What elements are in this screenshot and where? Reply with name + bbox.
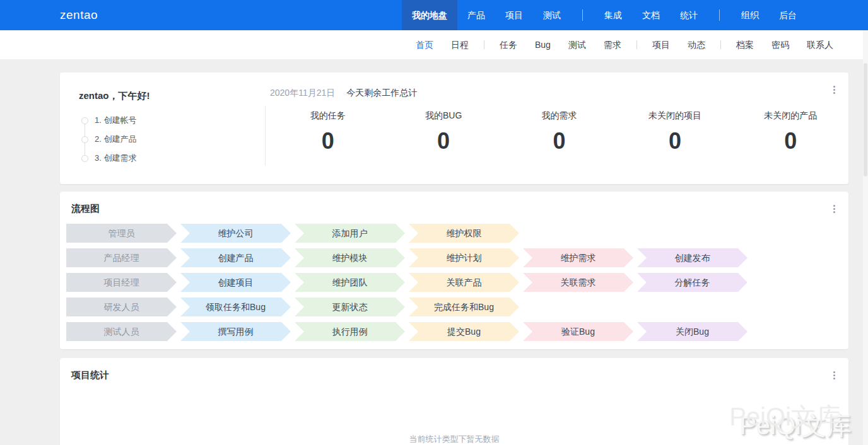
stat-item: 未关闭的项目0 — [617, 110, 732, 154]
stat-value[interactable]: 0 — [501, 128, 617, 154]
stat-value[interactable]: 0 — [733, 128, 848, 154]
stat-item: 我的BUG0 — [385, 110, 501, 154]
flow-step[interactable]: 验证Bug — [523, 322, 633, 341]
flow-step[interactable]: 创建项目 — [180, 273, 291, 292]
work-summary: 2020年11月21日 今天剩余工作总计 我的任务0我的BUG0我的需求0未关闭… — [265, 72, 848, 184]
summary-title: 今天剩余工作总计 — [346, 88, 417, 98]
onboarding-step: 1. 创建帐号 — [81, 111, 265, 130]
project-stats-panel: 项目统计 当前统计类型下暂无数据 — [60, 358, 848, 445]
subnav-item[interactable]: 需求 — [595, 30, 630, 59]
flow-row: 产品经理创建产品维护模块维护计划维护需求创建发布 — [66, 248, 842, 267]
flow-role[interactable]: 项目经理 — [66, 273, 177, 292]
flow-step[interactable]: 维护模块 — [295, 248, 405, 267]
onboarding-step: 3. 创建需求 — [81, 149, 265, 168]
topnav-item[interactable]: 统计 — [670, 0, 708, 30]
flow-step[interactable]: 维护团队 — [295, 273, 405, 292]
topnav-divider — [719, 9, 720, 21]
step-circle-icon — [81, 117, 88, 124]
flowchart-panel: 流程图 管理员维护公司添加用户维护权限产品经理创建产品维护模块维护计划维护需求创… — [60, 192, 848, 349]
topnav-item[interactable]: 产品 — [457, 0, 495, 30]
flow-row: 研发人员领取任务和Bug更新状态完成任务和Bug — [66, 298, 842, 316]
flow-step[interactable]: 维护需求 — [523, 248, 633, 267]
flow-step[interactable]: 更新状态 — [295, 298, 405, 316]
sub-navbar: 首页日程任务Bug测试需求项目动态档案密码联系人 — [0, 30, 868, 59]
kebab-menu-icon[interactable] — [828, 368, 840, 382]
stat-label: 我的需求 — [501, 110, 617, 122]
subnav-item[interactable]: 任务 — [491, 30, 526, 59]
flowchart-rows: 管理员维护公司添加用户维护权限产品经理创建产品维护模块维护计划维护需求创建发布项… — [66, 224, 842, 341]
flow-step[interactable]: 创建发布 — [637, 248, 748, 267]
stat-item: 我的任务0 — [270, 110, 385, 154]
step-label[interactable]: 3. 创建需求 — [95, 153, 136, 164]
kebab-menu-icon[interactable] — [828, 202, 840, 216]
flow-role[interactable]: 产品经理 — [66, 248, 177, 267]
subnav-item[interactable]: 档案 — [727, 30, 763, 59]
stat-value[interactable]: 0 — [617, 128, 732, 154]
topnav-item[interactable]: 项目 — [495, 0, 533, 30]
stat-value[interactable]: 0 — [385, 128, 501, 154]
step-label[interactable]: 1. 创建帐号 — [95, 115, 136, 126]
step-label[interactable]: 2. 创建产品 — [95, 134, 136, 145]
flow-step[interactable]: 维护公司 — [180, 224, 291, 243]
stat-label: 我的任务 — [270, 110, 385, 122]
step-circle-icon — [81, 155, 88, 162]
flow-step[interactable]: 关联产品 — [409, 273, 519, 292]
flow-row: 项目经理创建项目维护团队关联产品关联需求分解任务 — [66, 273, 842, 292]
stat-label: 我的BUG — [385, 110, 501, 122]
flow-step[interactable]: 添加用户 — [295, 224, 405, 243]
topnav-item[interactable]: 集成 — [594, 0, 632, 30]
onboarding-step: 2. 创建产品 — [81, 130, 265, 149]
flow-step[interactable]: 关闭Bug — [637, 322, 748, 341]
subnav-item[interactable]: 测试 — [560, 30, 595, 59]
topnav-item[interactable]: 测试 — [533, 0, 571, 30]
subnav-item[interactable]: 联系人 — [798, 30, 842, 59]
stat-value[interactable]: 0 — [270, 128, 385, 154]
kebab-menu-icon[interactable] — [828, 83, 840, 96]
vertical-divider — [265, 106, 266, 166]
flow-step[interactable]: 领取任务和Bug — [180, 298, 291, 316]
scrollbar-thumb[interactable] — [864, 63, 867, 176]
flowchart-title: 流程图 — [71, 203, 842, 215]
subnav-item[interactable]: 日程 — [442, 30, 478, 59]
subnav-item[interactable]: 动态 — [679, 30, 714, 59]
current-date: 2020年11月21日 — [270, 88, 335, 98]
flow-step[interactable]: 维护计划 — [409, 248, 519, 267]
flow-step[interactable]: 执行用例 — [295, 322, 405, 341]
topnav-item[interactable]: 后台 — [769, 0, 807, 30]
flow-step[interactable]: 完成任务和Bug — [409, 298, 519, 316]
stat-item: 未关闭的产品0 — [733, 110, 848, 154]
app-logo[interactable]: zentao — [60, 0, 98, 30]
welcome-left: zentao，下午好! 1. 创建帐号2. 创建产品3. 创建需求 — [60, 72, 265, 184]
topnav-item[interactable]: 我的地盘 — [402, 0, 457, 30]
scrollbar[interactable] — [863, 30, 868, 445]
top-navbar: zentao 我的地盘产品项目测试集成文档统计组织后台 — [0, 0, 868, 30]
subnav-divider — [636, 40, 637, 49]
subnav-item[interactable]: 项目 — [643, 30, 679, 59]
subnav-item[interactable]: 密码 — [763, 30, 798, 59]
project-stats-title: 项目统计 — [71, 369, 848, 381]
flow-step[interactable]: 关联需求 — [523, 273, 633, 292]
sub-menu: 首页日程任务Bug测试需求项目动态档案密码联系人 — [407, 30, 842, 59]
flow-role[interactable]: 研发人员 — [66, 298, 177, 316]
topnav-item[interactable]: 文档 — [632, 0, 670, 30]
welcome-panel: zentao，下午好! 1. 创建帐号2. 创建产品3. 创建需求 2020年1… — [60, 72, 848, 184]
subnav-divider — [720, 40, 721, 49]
flow-step[interactable]: 撰写用例 — [180, 322, 291, 341]
subnav-item[interactable]: Bug — [526, 30, 560, 59]
flow-row: 测试人员撰写用例执行用例提交Bug验证Bug关闭Bug — [66, 322, 842, 341]
top-menu: 我的地盘产品项目测试集成文档统计组织后台 — [402, 0, 807, 30]
empty-data-message: 当前统计类型下暂无数据 — [60, 434, 848, 445]
greeting-title: zentao，下午好! — [79, 90, 265, 102]
flow-role[interactable]: 管理员 — [66, 224, 177, 243]
onboarding-steps: 1. 创建帐号2. 创建产品3. 创建需求 — [81, 111, 265, 168]
flow-step[interactable]: 分解任务 — [637, 273, 748, 292]
topnav-item[interactable]: 组织 — [731, 0, 769, 30]
date-row: 2020年11月21日 今天剩余工作总计 — [270, 88, 848, 99]
flow-role[interactable]: 测试人员 — [66, 322, 177, 341]
flow-step[interactable]: 维护权限 — [409, 224, 519, 243]
flow-step[interactable]: 创建产品 — [180, 248, 291, 267]
flow-step[interactable]: 提交Bug — [409, 322, 519, 341]
subnav-item[interactable]: 首页 — [407, 30, 442, 59]
topnav-divider — [582, 9, 583, 21]
stat-label: 未关闭的产品 — [733, 110, 848, 122]
